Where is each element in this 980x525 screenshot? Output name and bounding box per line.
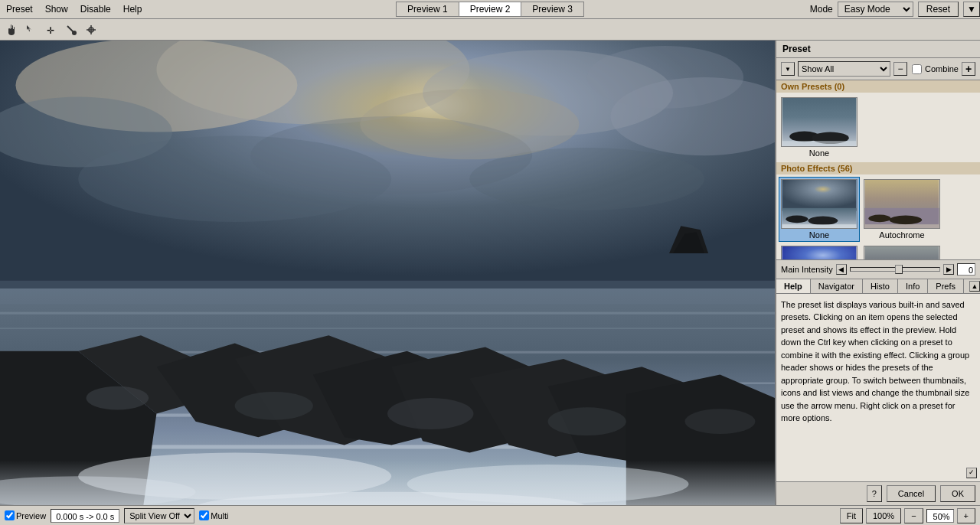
canvas-area xyxy=(0,41,775,505)
svg-rect-19 xyxy=(0,312,775,315)
preview-checkbox-label[interactable]: Preview xyxy=(5,510,46,520)
menu-bar: Preset Show Disable Help xyxy=(0,0,148,18)
collapse-button[interactable]: ▼ xyxy=(963,2,980,17)
svg-point-37 xyxy=(548,407,626,435)
intensity-decrease-button[interactable]: ◀ xyxy=(836,264,847,275)
preset-item-none[interactable]: None xyxy=(779,178,859,241)
status-right-controls: Fit 100% − 50% + xyxy=(840,508,975,523)
svg-point-36 xyxy=(387,398,473,429)
preview-label: Preview xyxy=(16,511,46,520)
preset-thumb-autochrome xyxy=(864,179,940,229)
menu-preset[interactable]: Preset xyxy=(0,2,39,16)
help-button[interactable]: ? xyxy=(867,485,882,502)
preset-thumb-bad-white-balance xyxy=(781,246,858,259)
svg-point-35 xyxy=(235,392,313,420)
own-presets-header[interactable]: Own Presets (0) xyxy=(776,80,980,93)
photo-effects-header[interactable]: Photo Effects (56) xyxy=(776,162,980,174)
svg-line-1 xyxy=(67,26,74,32)
right-panel: Preset ▼ Show All Show Own − Combine + O… xyxy=(775,41,980,505)
combine-label: Combine xyxy=(925,64,959,73)
svg-rect-46 xyxy=(0,281,775,305)
svg-point-53 xyxy=(786,216,808,223)
status-bar: Preview 0.000 s -> 0.0 s Split View Off … xyxy=(0,505,980,525)
svg-point-54 xyxy=(808,216,838,225)
photo-effects-grid: None xyxy=(776,174,980,259)
svg-rect-51 xyxy=(782,180,857,211)
preview-tab-1[interactable]: Preview 1 xyxy=(396,2,459,17)
crosshair-tool-icon[interactable] xyxy=(83,21,100,38)
intensity-label: Main Intensity xyxy=(781,265,833,274)
selection-tool-icon[interactable] xyxy=(23,21,40,38)
own-presets-grid: None xyxy=(776,93,980,162)
svg-point-59 xyxy=(890,216,923,225)
intensity-increase-button[interactable]: ▶ xyxy=(943,264,954,275)
menu-help[interactable]: Help xyxy=(117,2,149,16)
zoom-out-button[interactable]: − xyxy=(904,508,923,523)
multi-checkbox[interactable] xyxy=(199,510,209,520)
multi-checkbox-label[interactable]: Multi xyxy=(199,510,228,520)
show-all-select[interactable]: Show All Show Own xyxy=(798,61,890,77)
combine-checkbox[interactable] xyxy=(912,64,922,74)
split-view-select[interactable]: Split View Off Split View On xyxy=(124,508,194,523)
tab-pin-button[interactable]: ▲ xyxy=(969,281,980,292)
preview-checkbox[interactable] xyxy=(5,510,15,520)
svg-point-2 xyxy=(72,31,77,35)
preset-thumb-none xyxy=(781,179,858,229)
fit-button[interactable]: Fit xyxy=(840,508,863,523)
reset-button[interactable]: Reset xyxy=(918,2,959,17)
svg-rect-61 xyxy=(782,246,857,259)
preset-item-bleach-bypass[interactable]: Bleach Bypass xyxy=(862,244,942,259)
svg-point-15 xyxy=(78,136,391,222)
preview-tab-2[interactable]: Preview 2 xyxy=(459,2,522,17)
intensity-value: 0 xyxy=(957,263,975,276)
preset-item-autochrome[interactable]: Autochrome xyxy=(862,178,942,241)
tab-histo[interactable]: Histo xyxy=(863,279,898,293)
zoom-in-button[interactable]: + xyxy=(957,508,975,523)
preset-item-bad-white-balance[interactable]: Bad White Balance xyxy=(779,244,859,259)
preview-tabs: Preview 1 Preview 2 Preview 3 xyxy=(396,2,584,17)
zoom-display: 50% xyxy=(926,509,954,523)
mode-select[interactable]: Easy Mode Expert Mode xyxy=(838,2,913,17)
bottom-tabs: Help Navigator Histo Info Prefs ▲ xyxy=(776,279,980,294)
tab-prefs[interactable]: Prefs xyxy=(928,279,964,293)
preset-dropdown-button[interactable]: ▼ xyxy=(781,62,795,76)
move-tool-icon[interactable]: ✛ xyxy=(43,21,60,38)
time-display: 0.000 s -> 0.0 s xyxy=(51,509,119,523)
tab-navigator[interactable]: Navigator xyxy=(811,279,863,293)
svg-rect-55 xyxy=(782,224,857,228)
preset-label-autochrome: Autochrome xyxy=(879,230,924,240)
help-text-area: The preset list displays various built-i… xyxy=(776,294,980,482)
svg-rect-50 xyxy=(782,141,857,146)
preset-item-own-none[interactable]: None xyxy=(779,96,859,159)
mode-label: Mode xyxy=(810,4,833,15)
preset-add-button[interactable]: + xyxy=(962,62,975,76)
intensity-row: Main Intensity ◀ ▶ 0 xyxy=(776,259,980,279)
preview-tab-3[interactable]: Preview 3 xyxy=(521,2,584,17)
svg-point-34 xyxy=(86,386,149,410)
svg-rect-20 xyxy=(0,328,775,329)
preset-thumb-bleach-bypass xyxy=(864,246,940,259)
intensity-slider-thumb[interactable] xyxy=(895,265,903,274)
help-check-button[interactable]: ✓ xyxy=(966,468,977,478)
svg-rect-66 xyxy=(865,246,939,259)
cancel-button[interactable]: Cancel xyxy=(887,485,936,502)
tab-help[interactable]: Help xyxy=(776,279,811,293)
tab-info[interactable]: Info xyxy=(898,279,928,293)
preset-thumb-own-none xyxy=(781,97,858,147)
multi-label: Multi xyxy=(211,511,228,520)
brush-tool-icon[interactable] xyxy=(63,21,80,38)
svg-point-58 xyxy=(868,215,890,223)
preset-scroll-area[interactable]: Own Presets (0) xyxy=(776,80,980,259)
svg-text:✛: ✛ xyxy=(47,25,54,36)
preset-label-own-none: None xyxy=(809,148,829,158)
ok-button[interactable]: OK xyxy=(940,485,975,502)
action-buttons: ? Cancel OK xyxy=(776,481,980,505)
svg-point-16 xyxy=(360,89,579,159)
menu-show[interactable]: Show xyxy=(39,2,74,16)
hand-tool-icon[interactable] xyxy=(3,21,20,38)
intensity-slider[interactable] xyxy=(850,267,940,272)
menu-disable[interactable]: Disable xyxy=(74,2,117,16)
zoom-100-button[interactable]: 100% xyxy=(866,508,901,523)
preset-controls: ▼ Show All Show Own − Combine + xyxy=(776,58,980,80)
preset-remove-button[interactable]: − xyxy=(893,62,907,76)
